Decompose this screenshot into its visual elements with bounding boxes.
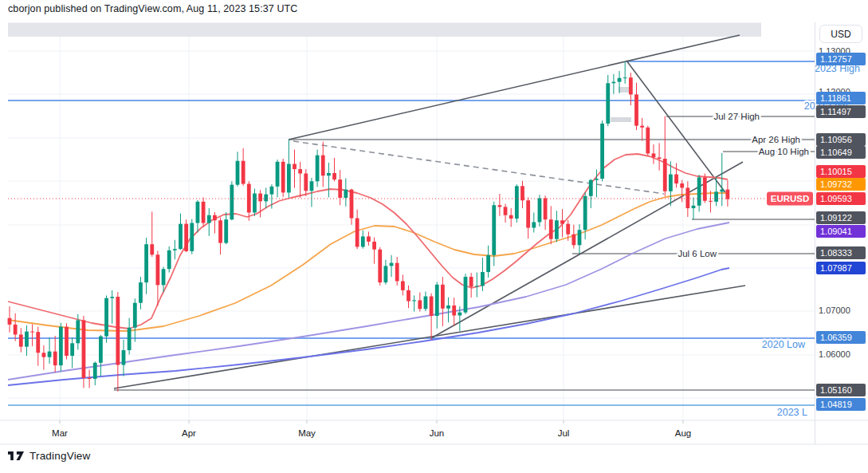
svg-text:2023 L: 2023 L xyxy=(777,407,807,418)
tradingview-brand-label: TradingView xyxy=(29,450,91,462)
svg-text:Jul 6 Low: Jul 6 Low xyxy=(678,249,717,258)
currency-usd-button[interactable]: USD xyxy=(819,25,862,43)
svg-text:1.09732: 1.09732 xyxy=(820,179,852,189)
svg-text:1.09041: 1.09041 xyxy=(820,227,852,236)
svg-text:1.11861: 1.11861 xyxy=(820,93,851,103)
svg-text:1.06359: 1.06359 xyxy=(820,333,852,342)
svg-text:1.10956: 1.10956 xyxy=(820,135,852,144)
svg-text:Jul: Jul xyxy=(558,428,570,438)
svg-text:Jun: Jun xyxy=(430,428,445,438)
svg-text:Aug 10 High: Aug 10 High xyxy=(759,147,809,156)
svg-text:1.07987: 1.07987 xyxy=(820,263,852,273)
svg-text:Mar: Mar xyxy=(52,428,68,438)
footer: TradingView xyxy=(8,450,91,462)
svg-text:1.05160: 1.05160 xyxy=(820,385,852,395)
svg-text:Jul 27 High: Jul 27 High xyxy=(713,112,760,121)
svg-text:1.11497: 1.11497 xyxy=(820,107,851,116)
svg-text:1.10649: 1.10649 xyxy=(820,148,852,157)
candlestick-series xyxy=(8,61,730,392)
svg-text:1.08333: 1.08333 xyxy=(820,248,852,258)
svg-text:1.09593: 1.09593 xyxy=(820,194,852,203)
grid-layer xyxy=(8,22,815,420)
tradingview-logo-icon xyxy=(8,451,24,461)
svg-text:1.09122: 1.09122 xyxy=(820,213,852,223)
svg-text:EURUSD: EURUSD xyxy=(771,194,810,203)
svg-text:1.12757: 1.12757 xyxy=(820,54,852,64)
svg-text:1.06000: 1.06000 xyxy=(819,349,850,359)
svg-text:May: May xyxy=(298,428,316,438)
svg-text:Apr: Apr xyxy=(182,428,196,438)
svg-text:Aug: Aug xyxy=(675,428,691,438)
price-chart-canvas[interactable]: Jul 27 HighApr 26 HighAug 10 HighJul 6 L… xyxy=(0,0,868,473)
time-axis[interactable]: MarAprMayJunJulAug xyxy=(0,22,868,444)
top-supply-zone-band xyxy=(8,23,761,123)
svg-text:2020 Low: 2020 Low xyxy=(762,339,806,350)
svg-text:Apr 26 High: Apr 26 High xyxy=(752,135,800,144)
symbol-price-tag: EURUSD xyxy=(767,192,813,206)
svg-text:1.07000: 1.07000 xyxy=(819,305,850,315)
tradingview-published-chart: cborjon published on TradingView.com, Au… xyxy=(0,0,868,473)
svg-text:1.10015: 1.10015 xyxy=(820,167,852,176)
svg-text:1.04819: 1.04819 xyxy=(820,400,852,409)
